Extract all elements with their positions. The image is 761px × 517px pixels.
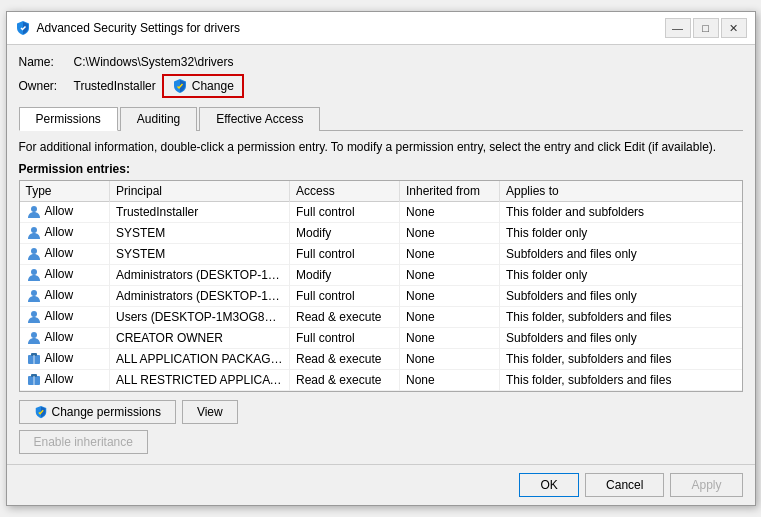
cell-applies: This folder, subfolders and files xyxy=(500,306,742,327)
cell-inherited: None xyxy=(400,222,500,243)
col-type: Type xyxy=(20,181,110,202)
table-row[interactable]: AllowSYSTEMModifyNoneThis folder only xyxy=(20,222,742,243)
minimize-button[interactable]: — xyxy=(665,18,691,38)
shield-perm-icon xyxy=(34,405,48,419)
cell-principal: ALL RESTRICTED APPLICATIO... xyxy=(110,369,290,390)
table-header-row: Type Principal Access Inherited from App… xyxy=(20,181,742,202)
name-value: C:\Windows\System32\drivers xyxy=(74,55,234,69)
cell-access: Read & execute xyxy=(290,306,400,327)
change-permissions-button[interactable]: Change permissions xyxy=(19,400,176,424)
cell-type: Allow xyxy=(20,222,110,243)
maximize-button[interactable]: □ xyxy=(693,18,719,38)
user-icon xyxy=(26,309,42,325)
tab-bar: Permissions Auditing Effective Access xyxy=(19,106,743,131)
name-label: Name: xyxy=(19,55,74,69)
cell-applies: This folder, subfolders and files xyxy=(500,348,742,369)
title-bar-left: Advanced Security Settings for drivers xyxy=(15,20,240,36)
window-body: Name: C:\Windows\System32\drivers Owner:… xyxy=(7,45,755,464)
ok-button[interactable]: OK xyxy=(519,473,579,497)
cell-principal: TrustedInstaller xyxy=(110,201,290,222)
table-row[interactable]: AllowALL APPLICATION PACKAGESRead & exec… xyxy=(20,348,742,369)
cell-inherited: None xyxy=(400,264,500,285)
window-title: Advanced Security Settings for drivers xyxy=(37,21,240,35)
change-owner-button[interactable]: Change xyxy=(162,74,244,98)
svg-point-3 xyxy=(31,269,37,275)
table-row[interactable]: AllowTrustedInstallerFull controlNoneThi… xyxy=(20,201,742,222)
cell-type: Allow xyxy=(20,306,110,327)
table-row[interactable]: AllowUsers (DESKTOP-1M3OG80\Us...Read & … xyxy=(20,306,742,327)
table-row[interactable]: AllowAdministrators (DESKTOP-1M...Full c… xyxy=(20,285,742,306)
cell-inherited: None xyxy=(400,201,500,222)
svg-point-0 xyxy=(31,206,37,212)
change-label: Change xyxy=(192,79,234,93)
cell-principal: Users (DESKTOP-1M3OG80\Us... xyxy=(110,306,290,327)
cell-type: Allow xyxy=(20,201,110,222)
cell-access: Modify xyxy=(290,222,400,243)
user-icon xyxy=(26,246,42,262)
cell-access: Read & execute xyxy=(290,369,400,390)
cell-applies: Subfolders and files only xyxy=(500,327,742,348)
cell-type: Allow xyxy=(20,369,110,390)
package-icon xyxy=(26,372,42,388)
title-bar: Advanced Security Settings for drivers —… xyxy=(7,12,755,45)
cell-applies: Subfolders and files only xyxy=(500,243,742,264)
owner-value: TrustedInstaller xyxy=(74,79,156,93)
permission-table-wrapper: Type Principal Access Inherited from App… xyxy=(19,180,743,392)
window-icon xyxy=(15,20,31,36)
svg-point-5 xyxy=(31,311,37,317)
tab-effective-access[interactable]: Effective Access xyxy=(199,107,320,131)
view-button[interactable]: View xyxy=(182,400,238,424)
user-icon xyxy=(26,330,42,346)
inheritance-row: Enable inheritance xyxy=(19,430,743,454)
cell-type: Allow xyxy=(20,285,110,306)
enable-inheritance-button[interactable]: Enable inheritance xyxy=(19,430,148,454)
cell-inherited: None xyxy=(400,243,500,264)
table-row[interactable]: AllowSYSTEMFull controlNoneSubfolders an… xyxy=(20,243,742,264)
apply-button[interactable]: Apply xyxy=(670,473,742,497)
svg-point-4 xyxy=(31,290,37,296)
cell-access: Full control xyxy=(290,201,400,222)
col-inherited: Inherited from xyxy=(400,181,500,202)
cancel-button[interactable]: Cancel xyxy=(585,473,664,497)
cell-principal: Administrators (DESKTOP-1M... xyxy=(110,285,290,306)
cell-type: Allow xyxy=(20,264,110,285)
table-row[interactable]: AllowAdministrators (DESKTOP-1M...Modify… xyxy=(20,264,742,285)
section-label: Permission entries: xyxy=(19,162,743,176)
bottom-buttons: Change permissions View xyxy=(19,400,743,424)
dialog-footer: OK Cancel Apply xyxy=(7,464,755,505)
tab-auditing[interactable]: Auditing xyxy=(120,107,197,131)
cell-inherited: None xyxy=(400,348,500,369)
cell-access: Full control xyxy=(290,285,400,306)
table-body: AllowTrustedInstallerFull controlNoneThi… xyxy=(20,201,742,390)
cell-inherited: None xyxy=(400,285,500,306)
close-button[interactable]: ✕ xyxy=(721,18,747,38)
cell-principal: CREATOR OWNER xyxy=(110,327,290,348)
cell-access: Read & execute xyxy=(290,348,400,369)
table-row[interactable]: AllowCREATOR OWNERFull controlNoneSubfol… xyxy=(20,327,742,348)
cell-inherited: None xyxy=(400,306,500,327)
owner-value-row: TrustedInstaller Change xyxy=(74,74,244,98)
tab-permissions[interactable]: Permissions xyxy=(19,107,118,131)
cell-access: Modify xyxy=(290,264,400,285)
owner-label: Owner: xyxy=(19,79,74,93)
cell-applies: Subfolders and files only xyxy=(500,285,742,306)
cell-applies: This folder, subfolders and files xyxy=(500,369,742,390)
cell-applies: This folder only xyxy=(500,264,742,285)
svg-point-6 xyxy=(31,332,37,338)
user-icon xyxy=(26,225,42,241)
svg-point-2 xyxy=(31,248,37,254)
svg-point-1 xyxy=(31,227,37,233)
cell-principal: Administrators (DESKTOP-1M... xyxy=(110,264,290,285)
col-applies: Applies to xyxy=(500,181,742,202)
info-text: For additional information, double-click… xyxy=(19,139,743,156)
owner-row: Owner: TrustedInstaller Change xyxy=(19,74,743,98)
cell-type: Allow xyxy=(20,327,110,348)
cell-inherited: None xyxy=(400,327,500,348)
title-bar-controls: — □ ✕ xyxy=(665,18,747,38)
table-row[interactable]: AllowALL RESTRICTED APPLICATIO...Read & … xyxy=(20,369,742,390)
user-icon xyxy=(26,288,42,304)
shield-change-icon xyxy=(172,78,188,94)
cell-principal: SYSTEM xyxy=(110,222,290,243)
cell-access: Full control xyxy=(290,327,400,348)
cell-principal: SYSTEM xyxy=(110,243,290,264)
